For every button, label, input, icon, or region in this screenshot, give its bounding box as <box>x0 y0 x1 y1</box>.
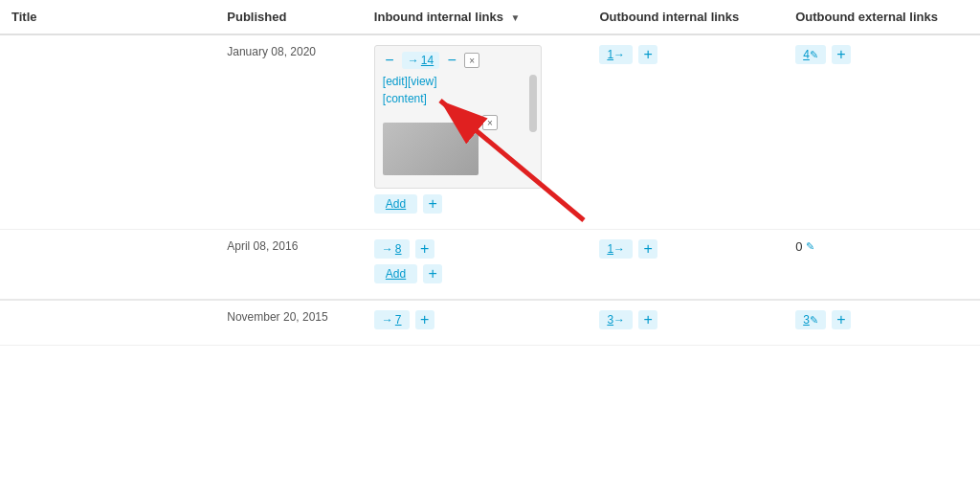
row2-outbound-int: 1 → + <box>588 230 784 301</box>
row1-inbound: − → 14 − × [edit][view] <box>363 34 589 230</box>
inbound-count-2: 8 <box>395 242 402 256</box>
arrow-icon-3: → <box>382 313 393 327</box>
outbound-int-count-2: 1 <box>607 242 613 256</box>
add-row-2: Add + <box>374 264 577 283</box>
remove-button[interactable]: − <box>443 52 460 69</box>
inbound-pill-2[interactable]: → 8 <box>374 239 410 259</box>
arrow-right-icon-2: → <box>613 242 625 256</box>
arrow-icon: → <box>408 54 419 67</box>
plus-button-1[interactable]: + <box>423 194 442 214</box>
add-button-1[interactable]: Add <box>374 194 417 214</box>
dropdown-links: [edit][view] [content] <box>383 73 533 107</box>
arrow-right-icon-3: → <box>613 313 625 327</box>
add-row-1: Add + <box>374 194 577 214</box>
dropdown-content: [edit][view] [content] × <box>381 69 535 182</box>
row2-inbound: → 8 + Add + <box>363 230 589 301</box>
column-outbound-internal: Outbound internal links <box>588 0 784 34</box>
edit-icon-2[interactable]: ✎ <box>806 240 814 253</box>
arrow-icon-2: → <box>382 242 393 256</box>
inbound-expanded-panel: − → 14 − × [edit][view] <box>374 45 542 189</box>
table-row: November 20, 2015 → 7 + 3 <box>0 300 980 346</box>
sort-arrow-icon: ▼ <box>511 12 521 23</box>
outbound-int-plus-1[interactable]: + <box>638 45 657 64</box>
image-preview <box>383 123 479 175</box>
close-x-button[interactable]: × <box>464 53 479 68</box>
inbound-plus-3[interactable]: + <box>415 310 434 329</box>
table-row: April 08, 2016 → 8 + Add + <box>0 230 980 301</box>
image-close-button[interactable]: × <box>482 115 498 130</box>
row3-title <box>0 300 215 346</box>
outbound-int-count-3: 3 <box>607 313 613 327</box>
outbound-int-row-2: 1 → + <box>599 239 772 259</box>
outbound-int-pill-1[interactable]: 1 → <box>599 45 633 64</box>
dropdown-top-row: − → 14 − × <box>381 52 535 69</box>
outbound-ext-row-1: 4 ✎ + <box>795 45 969 64</box>
outbound-int-pill-2[interactable]: 1 → <box>599 239 633 259</box>
row3-outbound-ext: 3 ✎ + <box>784 300 980 346</box>
inbound-count: 14 <box>421 54 434 67</box>
inbound-row-2: → 8 + <box>374 239 577 259</box>
outbound-int-row-1: 1 → + <box>599 45 772 64</box>
add-plus-2[interactable]: + <box>423 264 442 283</box>
row1-outbound-ext: 4 ✎ + <box>784 34 980 230</box>
scrollbar[interactable] <box>529 75 537 132</box>
outbound-ext-count-3: 3 <box>803 313 810 327</box>
column-inbound-internal[interactable]: Inbound internal links ▼ <box>363 0 589 34</box>
outbound-ext-pill-1[interactable]: 4 ✎ <box>795 45 826 64</box>
outbound-ext-value-2: 0 ✎ <box>795 239 969 254</box>
row3-inbound: → 7 + <box>363 300 589 346</box>
column-title: Title <box>0 0 215 34</box>
edit-icon-1[interactable]: ✎ <box>810 49 818 61</box>
column-published: Published <box>215 0 363 34</box>
row2-published: April 08, 2016 <box>215 230 363 301</box>
add-button-2[interactable]: Add <box>374 264 417 283</box>
link-edit-view[interactable]: [edit][view] <box>383 73 533 90</box>
row1-title <box>0 34 215 230</box>
row1-outbound-int: 1 → + <box>588 34 784 230</box>
row3-outbound-int: 3 → + <box>588 300 784 346</box>
edit-icon-3[interactable]: ✎ <box>810 314 818 327</box>
outbound-ext-plus-3[interactable]: + <box>832 310 851 329</box>
row3-published: November 20, 2015 <box>215 300 363 346</box>
outbound-ext-pill-3[interactable]: 3 ✎ <box>795 310 826 329</box>
column-outbound-external: Outbound external links <box>784 0 980 34</box>
collapse-button[interactable]: − <box>381 52 398 69</box>
row1-published: January 08, 2020 <box>215 34 363 230</box>
table-row: January 08, 2020 − → 14 − × <box>0 34 980 230</box>
row2-outbound-ext: 0 ✎ <box>784 230 980 301</box>
inbound-count-pill[interactable]: → 14 <box>402 52 439 69</box>
outbound-ext-count-2: 0 <box>795 239 802 254</box>
outbound-int-plus-2[interactable]: + <box>638 239 657 259</box>
inbound-row-3: → 7 + <box>374 310 577 329</box>
inbound-count-3: 7 <box>395 313 402 327</box>
inbound-pill-3[interactable]: → 7 <box>374 310 410 329</box>
outbound-ext-row-3: 3 ✎ + <box>795 310 969 329</box>
arrow-right-icon: → <box>613 48 625 61</box>
inbound-plus-2[interactable]: + <box>415 239 434 259</box>
link-content[interactable]: [content] <box>383 90 533 107</box>
outbound-int-count-1: 1 <box>607 48 613 61</box>
outbound-int-plus-3[interactable]: + <box>638 310 657 329</box>
outbound-ext-plus-1[interactable]: + <box>832 45 851 64</box>
outbound-int-row-3: 3 → + <box>599 310 772 329</box>
outbound-ext-count-1: 4 <box>803 48 810 61</box>
outbound-int-pill-3[interactable]: 3 → <box>599 310 633 329</box>
row2-title <box>0 230 215 301</box>
